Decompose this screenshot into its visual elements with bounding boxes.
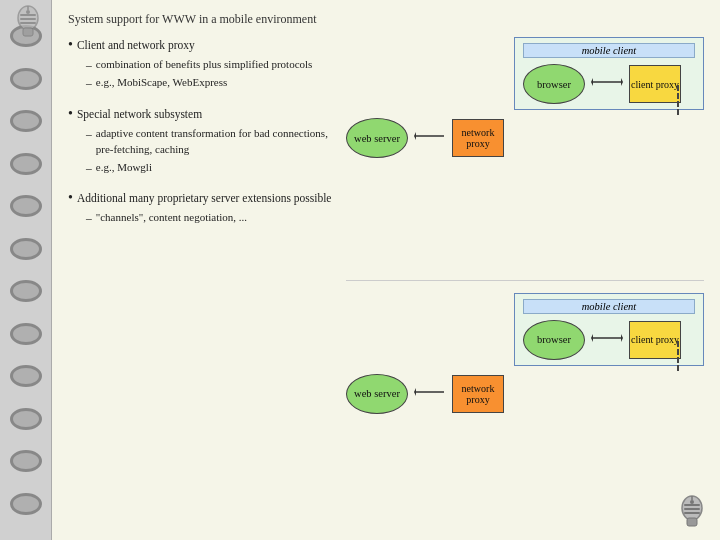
ring-9 — [10, 365, 42, 387]
ring-8 — [10, 323, 42, 345]
svg-rect-13 — [684, 512, 700, 514]
sub-text-2-2: e.g., Mowgli — [96, 160, 152, 176]
mobile-client-label-2: mobile client — [523, 299, 695, 314]
svg-marker-18 — [414, 132, 416, 140]
ring-4 — [10, 153, 42, 175]
diagram-1: mobile client browser client proxy — [346, 37, 704, 268]
arrow-2-browser-proxy — [591, 332, 623, 348]
webserver-oval-1: web server — [346, 118, 408, 158]
ring-6 — [10, 238, 42, 260]
bullet-text-3: Additional many proprietary server exten… — [77, 190, 332, 207]
sub-dash-3-1: – — [86, 210, 92, 227]
ring-2 — [10, 68, 42, 90]
bullet-item-1: • Client and network proxy – combination… — [68, 37, 338, 92]
arrow-1-server-proxy — [414, 130, 446, 146]
sub-item-2-1: – adaptive content transformation for ba… — [86, 126, 338, 158]
ring-10 — [10, 408, 42, 430]
svg-marker-15 — [621, 78, 623, 86]
browser-row-1: browser client proxy — [523, 64, 695, 104]
svg-marker-21 — [591, 334, 593, 342]
svg-rect-4 — [20, 14, 36, 16]
page: System support for WWW in a mobile envir… — [52, 0, 720, 540]
bullet-item-3: • Additional many proprietary server ext… — [68, 190, 338, 226]
top-decoration-icon — [10, 4, 46, 47]
bullet-text-1: Client and network proxy — [77, 37, 195, 54]
arrow-1-browser-proxy — [591, 76, 623, 92]
ring-11 — [10, 450, 42, 472]
webserver-row-1: web server network proxy — [346, 118, 504, 158]
browser-oval-2: browser — [523, 320, 585, 360]
bullet-dot-2: • — [68, 106, 73, 123]
svg-marker-23 — [414, 388, 416, 396]
bullet-text-2: Special network subsystem — [77, 106, 202, 123]
sub-item-2-2: – e.g., Mowgli — [86, 160, 338, 177]
sub-dash-2-2: – — [86, 160, 92, 177]
sub-text-1-2: e.g., MobiScape, WebExpress — [96, 75, 228, 91]
svg-rect-6 — [20, 22, 36, 24]
browser-row-2: browser client proxy — [523, 320, 695, 360]
sub-dash-1-1: – — [86, 57, 92, 74]
ring-12 — [10, 493, 42, 515]
mobile-client-container-1: mobile client browser client proxy — [514, 37, 704, 110]
client-proxy-box-2: client proxy — [629, 321, 681, 359]
svg-rect-1 — [23, 28, 33, 36]
network-proxy-box-2: network proxy — [452, 375, 504, 413]
content-area: • Client and network proxy – combination… — [68, 37, 704, 523]
client-proxy-box-1: client proxy — [629, 65, 681, 103]
bullet-dot-1: • — [68, 37, 73, 54]
diagram-2: mobile client browser client proxy web s… — [346, 293, 704, 524]
svg-point-10 — [690, 500, 694, 504]
sub-text-3-1: "channels", content negotiation, ... — [96, 210, 247, 226]
diagram-divider — [346, 280, 704, 281]
bullets-section: • Client and network proxy – combination… — [68, 37, 338, 523]
svg-rect-5 — [20, 18, 36, 20]
bullet-dot-3: • — [68, 190, 73, 207]
mobile-client-container-2: mobile client browser client proxy — [514, 293, 704, 366]
webserver-row-2: web server network proxy — [346, 374, 504, 414]
svg-rect-12 — [684, 508, 700, 510]
sub-text-2-1: adaptive content transformation for bad … — [96, 126, 338, 158]
slide-title: System support for WWW in a mobile envir… — [68, 12, 704, 27]
svg-marker-16 — [591, 78, 593, 86]
webserver-oval-2: web server — [346, 374, 408, 414]
svg-rect-11 — [684, 504, 700, 506]
sub-text-1-1: combination of benefits plus simplified … — [96, 57, 313, 73]
spiral-binding — [0, 0, 52, 540]
svg-point-3 — [26, 10, 30, 14]
sub-dash-2-1: – — [86, 126, 92, 143]
diagrams-section: mobile client browser client proxy — [346, 37, 704, 523]
ring-7 — [10, 280, 42, 302]
arrow-2-server-proxy — [414, 386, 446, 402]
sub-item-1-1: – combination of benefits plus simplifie… — [86, 57, 338, 74]
svg-rect-8 — [687, 518, 697, 526]
ring-5 — [10, 195, 42, 217]
mobile-client-label-1: mobile client — [523, 43, 695, 58]
svg-marker-20 — [621, 334, 623, 342]
ring-3 — [10, 110, 42, 132]
sub-item-3-1: – "channels", content negotiation, ... — [86, 210, 338, 227]
bullet-item-2: • Special network subsystem – adaptive c… — [68, 106, 338, 176]
network-proxy-box-1: network proxy — [452, 119, 504, 157]
browser-oval-1: browser — [523, 64, 585, 104]
bottom-decoration-icon — [674, 494, 710, 534]
sub-item-1-2: – e.g., MobiScape, WebExpress — [86, 75, 338, 92]
sub-dash-1-2: – — [86, 75, 92, 92]
